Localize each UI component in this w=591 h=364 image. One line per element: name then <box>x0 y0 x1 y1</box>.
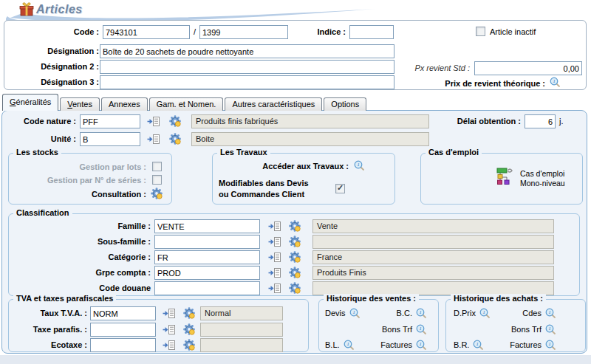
sous-famille-pick-list-icon[interactable] <box>268 237 281 247</box>
grpe-compta-description: Produits Finis <box>312 266 554 280</box>
classification-row: Grpe compta : Produits Finis <box>9 266 579 281</box>
designation-label: Désignation : <box>4 47 99 55</box>
factures-ventes-loupe-icon[interactable] <box>416 340 426 350</box>
consultation-gear-icon[interactable] <box>151 188 163 199</box>
taux-tva-gear-icon[interactable] <box>183 307 195 319</box>
taxe-parafis-gear-icon[interactable] <box>183 323 195 335</box>
taxe-parafis-input[interactable] <box>90 323 156 337</box>
article-header-form: Code : / Indice : Article inactif Désign… <box>4 20 587 90</box>
code-nature-pick-list-icon[interactable] <box>147 117 160 126</box>
categorie-input[interactable] <box>154 250 260 264</box>
code-douane-label: Code douane <box>9 284 151 292</box>
tab-annexes[interactable]: Annexes <box>101 97 148 111</box>
br-loupe-icon[interactable] <box>473 340 483 350</box>
taxe-parafis-label: Taxe parafis. : <box>9 325 87 334</box>
generalites-panel: Code nature : Produits finis fabriqués D… <box>1 110 587 354</box>
prix-revient-theorique-loupe-icon[interactable] <box>550 77 560 87</box>
tab-generalites[interactable]: Généralités <box>2 94 58 111</box>
factures-achats-loupe-icon[interactable] <box>545 340 556 350</box>
famille-description: Vente <box>312 219 554 233</box>
code-input[interactable] <box>103 25 190 39</box>
indice-input[interactable] <box>349 25 394 39</box>
taxe-parafis-pick-list-icon[interactable] <box>163 325 175 334</box>
article-inactif-checkbox[interactable] <box>476 27 485 36</box>
articles-gift-icon <box>19 2 34 16</box>
acceder-travaux-loupe-icon[interactable] <box>354 160 364 171</box>
classification-row: Famille : Vente <box>9 219 579 234</box>
tab-gam-et-nomen[interactable]: Gam. et Nomen. <box>149 97 224 111</box>
ecotaxe-input[interactable] <box>90 338 156 352</box>
grpe-compta-input[interactable] <box>154 266 260 280</box>
unite-description: Boite <box>191 132 429 146</box>
code-nature-label: Code nature : <box>2 117 76 126</box>
ecotaxe-pick-list-icon[interactable] <box>163 340 175 350</box>
factures-ventes-label: Factures <box>380 340 412 349</box>
grpe-compta-pick-list-icon[interactable] <box>268 268 281 278</box>
famille-input[interactable] <box>154 219 260 233</box>
devis-loupe-icon[interactable] <box>349 308 360 318</box>
bottom-strip <box>0 355 591 364</box>
px-revient-std-input[interactable] <box>474 61 582 75</box>
designation2-label: Désignation 2 : <box>4 62 99 71</box>
group-les-travaux: Les Travaux Accéder aux Travaux : Modifi… <box>212 153 395 205</box>
bl-loupe-icon[interactable] <box>344 340 354 350</box>
article-inactif-label: Article inactif <box>490 27 536 36</box>
sous-famille-input[interactable] <box>154 235 260 249</box>
prix-revient-theorique-label: Prix de revient théorique : <box>329 79 545 88</box>
group-tva: TVA et taxes parafiscales Taux T.V.A. : … <box>8 299 309 352</box>
bc-loupe-icon[interactable] <box>416 308 426 318</box>
famille-gear-icon[interactable] <box>289 220 301 232</box>
page-title: Articles <box>36 3 83 16</box>
bons-trf-ventes-loupe-icon[interactable] <box>416 324 426 334</box>
taux-tva-input[interactable] <box>90 306 156 320</box>
gestion-par-series-checkbox[interactable] <box>152 175 162 185</box>
tab-ventes[interactable]: Ventes <box>60 97 100 111</box>
unite-input[interactable] <box>80 132 140 146</box>
tab-autres-caracteristiques[interactable]: Autres caractéristiques <box>225 97 322 111</box>
unite-gear-icon[interactable] <box>169 133 181 145</box>
grpe-compta-gear-icon[interactable] <box>289 267 301 278</box>
tva-row: Ecotaxe : <box>9 338 308 353</box>
sous-famille-gear-icon[interactable] <box>289 236 301 247</box>
group-historique-ventes: Historique des ventes : Devis B.C. Bons … <box>318 299 439 352</box>
designation3-label: Désignation 3 : <box>4 78 99 86</box>
tab-options[interactable]: Options <box>324 97 366 111</box>
taux-tva-pick-list-icon[interactable] <box>163 309 175 318</box>
code-douane-gear-icon[interactable] <box>289 282 301 294</box>
cdes-loupe-icon[interactable] <box>545 308 556 318</box>
categorie-gear-icon[interactable] <box>289 251 301 263</box>
delai-obtention-unit: j. <box>559 117 564 126</box>
dprix-loupe-icon[interactable] <box>479 308 490 318</box>
ecotaxe-label: Ecotaxe : <box>9 340 87 349</box>
taux-tva-label: Taux T.V.A. : <box>9 309 87 317</box>
code-douane-pick-list-icon[interactable] <box>268 284 281 293</box>
bons-trf-achats-loupe-icon[interactable] <box>545 324 556 334</box>
code-nature-input[interactable] <box>80 114 140 128</box>
cas-emploi-bom-icon[interactable] <box>496 167 516 185</box>
br-label: B.R. <box>454 340 469 349</box>
delai-obtention-input[interactable] <box>525 114 556 128</box>
modifiables-checkbox[interactable] <box>335 184 345 193</box>
acceder-travaux-label: Accéder aux Travaux : <box>213 162 349 171</box>
modifiables-label: Modifiables dans Devis ou Commandes Clie… <box>219 178 309 200</box>
gestion-par-lots-checkbox[interactable] <box>152 162 162 171</box>
code-nature-gear-icon[interactable] <box>169 115 181 127</box>
code-separator: / <box>194 27 196 36</box>
categorie-pick-list-icon[interactable] <box>268 253 281 262</box>
cdes-label: Cdes <box>522 309 542 317</box>
unite-pick-list-icon[interactable] <box>147 134 160 144</box>
designation-input[interactable] <box>100 44 394 58</box>
indice-label: Indice : <box>256 27 346 36</box>
unite-label: Unité : <box>2 134 76 143</box>
famille-pick-list-icon[interactable] <box>268 222 281 231</box>
classification-row: Catégorie : France <box>9 250 579 265</box>
group-historique-achats: Historique des achats : D.Prix Cdes Bons… <box>445 299 586 352</box>
sous-famille-label: Sous-famille : <box>9 237 151 246</box>
cas-emploi-link[interactable]: Cas d'emploi Mono-niveau <box>520 169 565 188</box>
code-douane-input[interactable] <box>154 281 260 295</box>
bc-label: B.C. <box>397 309 412 317</box>
ecotaxe-gear-icon[interactable] <box>183 339 195 351</box>
delai-obtention-label: Délai obtention : <box>394 117 521 126</box>
tva-row: Taxe parafis. : <box>9 323 308 337</box>
tva-row: Taux T.V.A. : Normal <box>9 306 308 321</box>
